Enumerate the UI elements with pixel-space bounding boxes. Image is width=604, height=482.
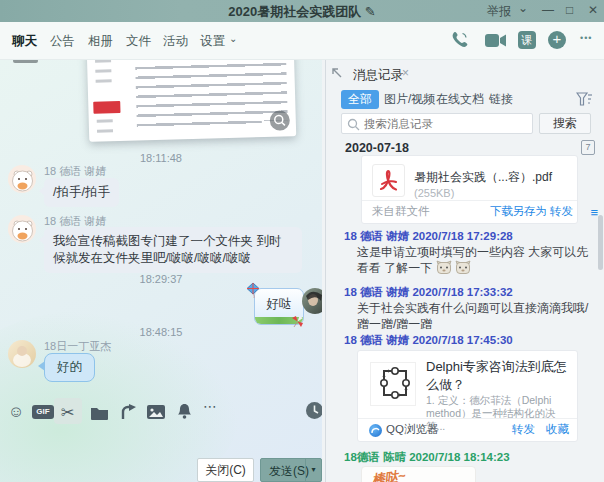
filter-links[interactable]: 链接 — [489, 90, 513, 109]
tab-files[interactable]: 文件 — [126, 33, 151, 50]
message-records-panel: 消息记录 × 全部 图片/视频 在线文档 链接 搜索 2020-07-18 7 — [325, 60, 604, 482]
file-name: 暑期社会实践（...容）.pdf (255KB) — [414, 169, 577, 200]
chat-timestamp: 18:29:37 — [0, 273, 322, 285]
document-image-message[interactable] — [87, 60, 296, 142]
filter-media[interactable]: 图片/视频 — [384, 90, 435, 109]
collapse-panel-icon[interactable] — [330, 65, 343, 83]
chat-panel: 18:11:48 18 德语 谢婧 /拍手/拍手 18 德语 谢婧 我给宣传稿截… — [0, 60, 322, 482]
search-icon — [347, 118, 360, 131]
doge-emoji-icon — [455, 260, 471, 274]
sticker-image[interactable]: 棒哒~ — [361, 466, 476, 482]
record-header-self: 18德语 陈晴 2020/7/18 18:14:23 — [344, 450, 510, 465]
chat-timestamp: 18:11:48 — [0, 152, 322, 164]
avatar[interactable] — [8, 340, 36, 368]
save-as-link[interactable]: 另存为 — [513, 204, 548, 219]
forward-link[interactable]: 转发 — [512, 422, 535, 437]
close-chat-label: 关闭(C) — [205, 463, 246, 477]
course-icon[interactable]: 课 — [518, 31, 536, 49]
voice-call-icon[interactable] — [450, 30, 470, 54]
message-text: /拍手/拍手 — [53, 185, 110, 199]
message-bubble: 我给宣传稿截图专门建了一个文件夹 到时候就发在文件夹里吧/啵啵/啵啵/啵啵 — [44, 227, 302, 273]
report-button[interactable]: 举报 — [487, 3, 511, 20]
filter-docs[interactable]: 在线文档 — [436, 90, 484, 109]
search-button[interactable]: 搜索 — [539, 113, 591, 134]
image-icon[interactable] — [147, 405, 165, 423]
bell-icon[interactable] — [177, 403, 192, 424]
avatar[interactable] — [8, 165, 36, 193]
tab-announcement[interactable]: 公告 — [50, 33, 75, 50]
records-tab-title[interactable]: 消息记录 — [353, 67, 403, 84]
message-text: 好哒 — [255, 296, 303, 313]
cutoff-element — [13, 60, 38, 63]
magnifier-icon[interactable] — [270, 110, 291, 131]
link-share-card[interactable]: Delphi专家咨询法到底怎么做？ 1. 定义：德尔菲法（Delphi meth… — [357, 350, 578, 442]
more-tools-icon[interactable]: ⋯ — [203, 398, 218, 414]
scrollbar-thumb[interactable] — [598, 215, 603, 270]
search-input[interactable] — [364, 115, 529, 132]
download-link[interactable]: 下载 — [490, 204, 513, 219]
calendar-icon[interactable]: 7 — [581, 140, 595, 155]
gif-icon[interactable]: GIF — [32, 405, 54, 419]
link-title: Delphi专家咨询法到底怎么做？ — [426, 358, 571, 394]
date-header: 2020-07-18 — [345, 141, 409, 155]
file-source: 来自群文件 — [372, 204, 430, 219]
message-input[interactable] — [0, 426, 322, 454]
doge-emoji-icon — [436, 260, 452, 274]
delphi-diagram-icon — [370, 362, 416, 406]
document-sidebar — [87, 60, 134, 142]
record-header: 18 德语 谢婧 2020/7/18 17:33:32 — [344, 285, 513, 300]
close-button[interactable]: ✕ — [588, 3, 598, 17]
sender-name[interactable]: 18日一丁亚杰 — [44, 339, 111, 354]
forward-link[interactable]: 转发 — [550, 204, 578, 219]
tab-album[interactable]: 相册 — [88, 33, 113, 50]
tab-chat[interactable]: 聊天 — [12, 33, 37, 50]
qq-browser-icon — [369, 424, 382, 437]
link-source: QQ浏览器 — [386, 422, 438, 437]
send-label: 发送(S) — [269, 463, 309, 480]
own-avatar[interactable] — [302, 288, 322, 314]
filter-all[interactable]: 全部 — [341, 90, 379, 109]
minimize-button[interactable]: — — [542, 3, 554, 17]
filter-funnel-icon[interactable] — [576, 92, 593, 111]
records-search-box[interactable] — [341, 113, 533, 134]
plus-icon[interactable]: + — [548, 31, 566, 49]
tab-activities[interactable]: 活动 — [163, 33, 188, 50]
sender-name[interactable]: 18 德语 谢婧 — [44, 164, 106, 179]
shake-window-icon[interactable] — [120, 404, 137, 424]
screenshot-scissors-icon[interactable]: ✂ — [61, 403, 74, 422]
title-bar: 2020暑期社会实践团队 ✎ 举报 ⌄ — □ ✕ — [0, 0, 604, 22]
send-button[interactable]: 发送(S) ▾ — [260, 458, 322, 482]
record-text: 这是申请立项时填写的一些内容 大家可以先看看 了解一下 — [357, 244, 589, 276]
group-name: 2020暑期社会实践团队 — [228, 4, 361, 19]
video-call-icon[interactable] — [485, 33, 507, 52]
message-text: 我给宣传稿截图专门建了一个文件夹 到时候就发在文件夹里吧/啵啵/啵啵/啵啵 — [53, 234, 281, 265]
qq-group-chat-window: 2020暑期社会实践团队 ✎ 举报 ⌄ — □ ✕ 聊天 公告 相册 文件 活动… — [0, 0, 604, 482]
folder-icon[interactable] — [90, 406, 109, 424]
file-menu-icon[interactable]: ≡ — [590, 205, 598, 220]
record-text: 关于社会实践有什么问题可以直接滴滴我哦/蹭一蹭/蹭一蹭 — [357, 300, 589, 332]
more-icon[interactable]: ••• — [580, 33, 592, 43]
message-bubble: 好的 — [44, 353, 95, 382]
send-options-caret[interactable]: ▾ — [305, 459, 321, 481]
record-header: 18 德语 谢婧 2020/7/18 17:45:30 — [344, 333, 513, 348]
file-card[interactable]: 暑期社会实践（...容）.pdf (255KB) 来自群文件 下载 另存为 转发… — [361, 155, 578, 224]
message-bubble: /拍手/拍手 — [44, 178, 119, 207]
edit-title-icon[interactable]: ✎ — [365, 4, 376, 19]
maximize-button[interactable]: □ — [566, 3, 573, 17]
favorite-link[interactable]: 收藏 — [546, 422, 569, 437]
red-tag — [93, 101, 120, 114]
close-chat-button[interactable]: 关闭(C) — [197, 458, 254, 482]
chevron-down-icon[interactable]: ⌄ — [229, 33, 237, 44]
close-records-icon[interactable]: × — [402, 66, 409, 80]
chat-timestamp: 18:48:15 — [0, 326, 322, 338]
main-tab-bar: 聊天 公告 相册 文件 活动 设置 ⌄ 课 + ••• — [0, 22, 604, 60]
emoji-icon[interactable]: ☺ — [8, 403, 24, 421]
kite-decoration-icon — [246, 282, 261, 302]
window-title: 2020暑期社会实践团队 ✎ — [0, 3, 604, 21]
chevron-down-icon[interactable]: ⌄ — [518, 1, 528, 15]
message-history-clock-icon[interactable] — [305, 401, 322, 424]
tab-settings[interactable]: 设置 — [200, 33, 225, 50]
sticker-text: 棒哒~ — [371, 467, 407, 482]
file-size: (255KB) — [414, 187, 454, 199]
avatar[interactable] — [8, 215, 36, 243]
